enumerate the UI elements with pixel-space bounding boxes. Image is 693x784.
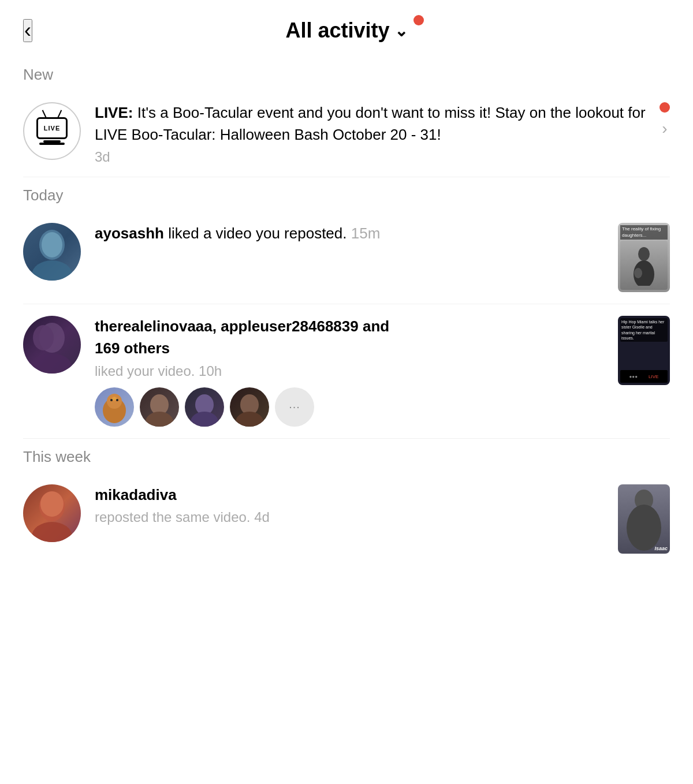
live-icon-label: LIVE xyxy=(44,125,60,132)
others-count: 169 others xyxy=(95,339,170,357)
chicken-icon xyxy=(95,387,134,427)
mini-avatar-3 xyxy=(185,387,224,427)
mikadadiva-time: 4d xyxy=(254,509,270,525)
svg-point-2 xyxy=(42,232,62,257)
section-new-label: New xyxy=(0,57,693,91)
thumb-caption: The reality of fixing daughters... xyxy=(620,225,668,240)
avatar-ayosashh xyxy=(23,223,81,281)
thumb2-caption: Hip Hop Miami talks her sister Giselle a… xyxy=(620,318,668,341)
chevron-right-icon: › xyxy=(662,120,667,138)
thumbnail-mikadadiva: Isaac xyxy=(618,484,670,554)
therealelinovaaa-username: therealelinovaaa, appleuser28468839 and xyxy=(95,318,389,335)
avatar-mikadadiva xyxy=(23,484,81,542)
therealelinovaaa-text: therealelinovaaa, appleuser28468839 and … xyxy=(95,316,604,359)
mikadadiva-action: reposted the same video. 4d xyxy=(95,509,604,525)
svg-point-25 xyxy=(627,505,661,551)
svg-point-5 xyxy=(634,268,642,278)
avatar-face-icon xyxy=(23,223,81,281)
notif-item-therealelinovaaa[interactable]: therealelinovaaa, appleuser28468839 and … xyxy=(0,304,693,438)
ma3-face-icon xyxy=(185,387,224,427)
live-avatar: LIVE xyxy=(23,102,81,160)
live-promo-content: LIVE: It's a Boo-Tacular event and you d… xyxy=(95,102,646,165)
ayosashh-username: ayosashh xyxy=(95,225,164,242)
svg-point-7 xyxy=(32,353,72,374)
mini-avatar-more[interactable]: ··· xyxy=(275,387,314,427)
back-button[interactable]: ‹ xyxy=(23,19,32,42)
svg-point-8 xyxy=(33,325,54,350)
more-ellipsis: ··· xyxy=(289,400,300,413)
svg-point-14 xyxy=(116,399,118,401)
svg-point-23 xyxy=(40,491,64,517)
notif-item-ayosashh[interactable]: ayosashh liked a video you reposted. 15m… xyxy=(0,211,693,304)
live-promo-message: It's a Boo-Tacular event and you don't w… xyxy=(95,104,646,143)
mikadadiva-content: mikadadiva reposted the same video. 4d xyxy=(95,484,604,526)
ma4-face-icon xyxy=(230,387,269,427)
notif-item-mikadadiva[interactable]: mikadadiva reposted the same video. 4d I… xyxy=(0,473,693,565)
svg-point-20 xyxy=(236,412,263,427)
ayosashh-time: 15m xyxy=(351,225,381,242)
mini-avatar-2 xyxy=(140,387,179,427)
avatar-face-icon-2 xyxy=(23,316,81,374)
avatar-face-icon-3 xyxy=(23,484,81,542)
svg-point-3 xyxy=(638,247,650,261)
thumb2-bar: ●●● LIVE xyxy=(620,370,668,383)
mikadadiva-text: mikadadiva xyxy=(95,484,604,506)
notification-dot xyxy=(413,15,424,25)
mikadadiva-username: mikadadiva xyxy=(95,486,177,503)
thumb3-person-icon xyxy=(621,487,667,551)
thumb-person-icon xyxy=(629,245,658,286)
thumbnail-therealelinovaaa: Hip Hop Miami talks her sister Giselle a… xyxy=(618,316,670,385)
header-title-wrap: All activity ⌄ xyxy=(285,18,407,43)
svg-point-1 xyxy=(32,260,72,281)
section-today-label: Today xyxy=(0,177,693,211)
notif-item-live-promo[interactable]: LIVE LIVE: It's a Boo-Tacular event and … xyxy=(0,91,693,177)
live-promo-right: › xyxy=(660,102,670,138)
therealelinovaaa-content: therealelinovaaa, appleuser28468839 and … xyxy=(95,316,604,426)
mini-avatar-1 xyxy=(95,387,134,427)
chevron-down-icon[interactable]: ⌄ xyxy=(394,21,408,40)
mini-avatars-row: ··· xyxy=(95,387,604,427)
svg-point-13 xyxy=(110,399,113,401)
svg-point-16 xyxy=(146,412,173,427)
thumb3-watermark: Isaac xyxy=(654,546,668,551)
page-title: All activity xyxy=(285,18,389,43)
svg-point-18 xyxy=(191,412,218,427)
live-promo-text: LIVE: It's a Boo-Tacular event and you d… xyxy=(95,102,646,145)
ayosashh-content: ayosashh liked a video you reposted. 15m xyxy=(95,223,604,245)
live-tv-icon: LIVE xyxy=(36,117,68,145)
therealelinovaaa-action: liked your video. 10h xyxy=(95,363,604,379)
svg-point-22 xyxy=(32,522,72,542)
header: ‹ All activity ⌄ xyxy=(0,0,693,57)
ma2-face-icon xyxy=(140,387,179,427)
unread-dot xyxy=(660,102,670,113)
avatar-therealelinovaaa xyxy=(23,316,81,374)
ayosashh-action: liked a video you reposted. xyxy=(168,225,351,242)
thumbnail-ayosashh: The reality of fixing daughters... xyxy=(618,223,670,292)
section-thisweek-label: This week xyxy=(0,439,693,473)
therealelinovaaa-time: 10h xyxy=(199,363,222,379)
mini-avatar-4 xyxy=(230,387,269,427)
live-promo-time: 3d xyxy=(95,149,646,165)
live-promo-bold: LIVE: xyxy=(95,104,133,121)
ayosashh-text: ayosashh liked a video you reposted. 15m xyxy=(95,223,604,245)
